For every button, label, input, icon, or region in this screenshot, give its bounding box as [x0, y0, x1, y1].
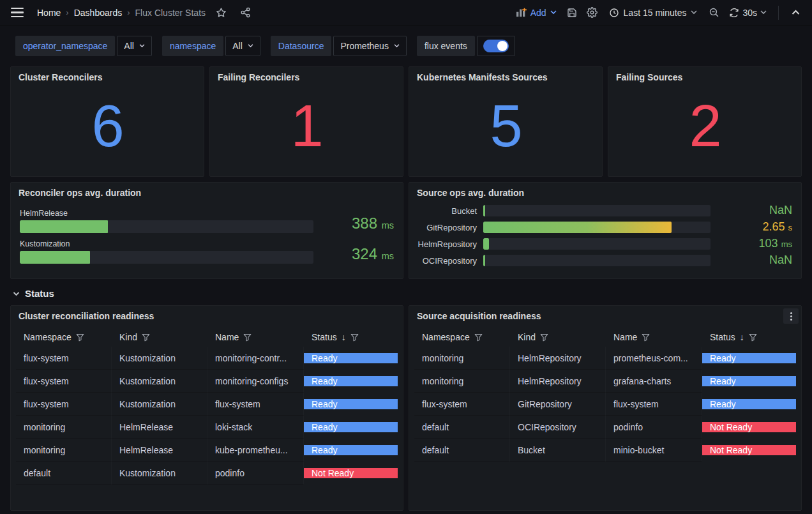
column-header-kind[interactable]: Kind	[510, 332, 606, 342]
gauge-row-helmrelease: HelmRelease 388 ms	[20, 209, 394, 233]
cell-name: monitoring-contr...	[207, 347, 304, 370]
add-panel-icon	[516, 8, 527, 17]
chevron-up-icon[interactable]	[786, 4, 804, 22]
gauge-row-helmrepository: HelmRepository 103 ms	[416, 238, 792, 250]
gauge-row-bucket: Bucket NaN	[416, 205, 792, 216]
gauge-track	[483, 255, 710, 266]
panel-title[interactable]: Source acquisition readiness	[409, 306, 801, 321]
variable-label-datasource: Datasource	[271, 36, 332, 56]
gauge-label: OCIRepository	[416, 256, 477, 266]
variable-select-datasource[interactable]: Prometheus	[333, 36, 406, 56]
table-row[interactable]: flux-system Kustomization monitoring-con…	[16, 370, 398, 393]
variable-select-operator-namespace[interactable]: All	[117, 36, 152, 56]
breadcrumb-home[interactable]: Home	[37, 8, 61, 18]
status-badge: Not Ready	[702, 422, 796, 432]
breadcrumb-dashboards[interactable]: Dashboards	[74, 8, 123, 18]
column-header-kind[interactable]: Kind	[112, 332, 207, 342]
filter-icon[interactable]	[76, 333, 84, 342]
table-row[interactable]: flux-system GitRepository flux-system Re…	[414, 393, 796, 416]
flux-events-label: flux events	[417, 36, 475, 56]
table-row[interactable]: monitoring HelmRelease kube-prometheu...…	[16, 439, 398, 462]
column-header-status[interactable]: Status ↓	[702, 332, 796, 342]
chevron-down-icon	[691, 10, 697, 15]
column-header-name[interactable]: Name	[606, 332, 702, 342]
flux-events-toggle[interactable]	[477, 36, 515, 56]
time-range-picker[interactable]: Last 15 minutes	[604, 8, 703, 18]
column-header-namespace[interactable]: Namespace	[16, 332, 112, 342]
cell-namespace: monitoring	[414, 370, 510, 393]
column-header-namespace[interactable]: Namespace	[414, 332, 510, 342]
cell-kind: Kustomization	[112, 347, 207, 370]
gauge-value: NaN	[717, 254, 792, 267]
table-row[interactable]: flux-system Kustomization monitoring-con…	[16, 347, 398, 370]
status-badge: Ready	[702, 399, 796, 409]
cell-namespace: default	[16, 462, 112, 485]
top-nav: Home › Dashboards › Flux Cluster Stats A…	[0, 0, 812, 26]
table-panels-row: Cluster reconciliation readiness Namespa…	[10, 305, 802, 511]
table-row[interactable]: default Kustomization podinfo Not Ready	[16, 462, 398, 485]
panel-menu-icon[interactable]	[783, 308, 799, 324]
filter-icon[interactable]	[749, 333, 757, 342]
panel-cluster-reconciliation-readiness: Cluster reconciliation readiness Namespa…	[10, 305, 403, 511]
refresh-controls[interactable]: 30s	[725, 8, 771, 18]
gauge-track	[483, 205, 710, 216]
gauge-value: 103 ms	[717, 238, 792, 250]
panel-title[interactable]: Source ops avg. duration	[409, 183, 801, 198]
column-header-name[interactable]: Name	[207, 332, 304, 342]
table-row[interactable]: default OCIRepository podinfo Not Ready	[414, 416, 796, 439]
gauge-bar	[483, 238, 489, 250]
share-icon[interactable]	[236, 4, 254, 22]
gauge-track	[20, 220, 313, 233]
clock-icon	[609, 8, 619, 18]
sort-desc-icon[interactable]: ↓	[342, 332, 346, 342]
star-icon[interactable]	[212, 4, 230, 22]
filter-icon[interactable]	[243, 333, 252, 342]
zoom-out-icon[interactable]	[705, 4, 723, 22]
gauge-value: NaN	[717, 204, 792, 217]
filter-icon[interactable]	[642, 333, 650, 342]
panel-title[interactable]: Cluster Reconcilers	[11, 67, 204, 82]
variable-label-operator-namespace: operator_namespace	[15, 36, 115, 56]
panel-title[interactable]: Failing Reconcilers	[210, 67, 403, 82]
variable-value: All	[124, 41, 134, 51]
panel-title[interactable]: Kubernetes Manifests Sources	[409, 67, 602, 82]
gauge-panels-row: Reconciler ops avg. duration HelmRelease…	[10, 182, 802, 279]
save-icon[interactable]	[563, 4, 581, 22]
table-row[interactable]: monitoring HelmRepository prometheus-com…	[414, 347, 796, 370]
panel-title[interactable]: Reconciler ops avg. duration	[11, 183, 403, 198]
variable-select-namespace[interactable]: All	[225, 36, 260, 56]
section-title: Status	[25, 288, 54, 299]
cell-status: Not Ready	[304, 462, 398, 485]
cell-namespace: monitoring	[414, 347, 510, 370]
gear-icon[interactable]	[583, 4, 601, 22]
panel-title[interactable]: Failing Sources	[608, 67, 801, 82]
column-header-status[interactable]: Status ↓	[304, 332, 398, 342]
gauge-bar	[483, 222, 672, 233]
gauge-bar	[483, 255, 485, 266]
cell-namespace: flux-system	[16, 370, 112, 393]
table-row[interactable]: default Bucket minio-bucket Not Ready	[414, 439, 796, 462]
status-badge: Ready	[304, 422, 398, 432]
filter-icon[interactable]	[142, 333, 150, 342]
table-header: Namespace Kind Name Status ↓	[16, 328, 398, 347]
table-row[interactable]: monitoring HelmRelease loki-stack Ready	[16, 416, 398, 439]
filter-icon[interactable]	[350, 333, 359, 342]
row-header-status[interactable]: Status	[10, 279, 802, 305]
add-button[interactable]: Add	[512, 8, 560, 18]
table-row[interactable]: monitoring HelmRepository grafana-charts…	[414, 370, 796, 393]
cell-kind: HelmRepository	[510, 370, 606, 393]
panel-title[interactable]: Cluster reconciliation readiness	[11, 306, 403, 321]
cell-namespace: default	[414, 439, 510, 462]
toggle-switch-on[interactable]	[483, 40, 509, 52]
variable-value: All	[232, 41, 243, 51]
filter-icon[interactable]	[540, 333, 548, 342]
table-row[interactable]: flux-system Kustomization flux-system Re…	[16, 393, 398, 416]
panel-failing-sources: Failing Sources 2	[608, 66, 802, 177]
cell-name: grafana-charts	[606, 370, 702, 393]
gauge-value: 2.65 s	[717, 221, 792, 234]
cell-kind: HelmRelease	[112, 439, 207, 462]
sort-desc-icon[interactable]: ↓	[740, 332, 744, 342]
filter-icon[interactable]	[474, 333, 483, 342]
status-badge: Ready	[702, 353, 796, 363]
menu-icon[interactable]	[10, 6, 24, 20]
